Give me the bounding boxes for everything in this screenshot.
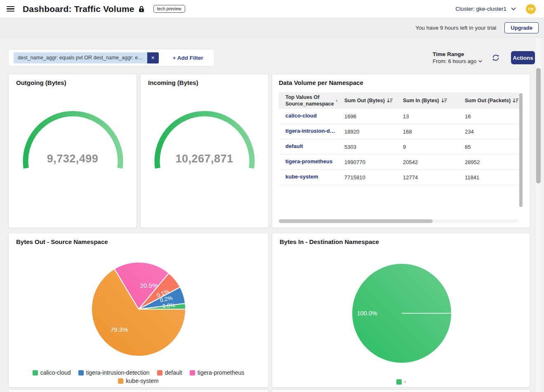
pie-legend: -	[272, 378, 530, 385]
namespace-link[interactable]: kube-system	[285, 174, 318, 180]
card-title: Data Volume per Namespace	[279, 79, 363, 86]
legend-item-default[interactable]: default	[157, 369, 182, 376]
bytes-in-pie-card: Bytes In - Destination Namespace 100.0% …	[272, 233, 530, 387]
time-range-value: From: 6 hours ago	[433, 58, 476, 64]
top-bar: Dashboard: Traffic Volume tech preview C…	[0, 0, 544, 18]
table-row: default 5303 9 85	[279, 139, 519, 155]
column-header-source-namespace[interactable]: Top Values OfSource_namespace	[279, 94, 338, 108]
namespace-link[interactable]: default	[285, 143, 303, 149]
cell-sum-out-bytes: 7715810	[338, 174, 396, 181]
remove-filter-icon[interactable]: ×	[147, 52, 159, 63]
pie-label: 0.0%	[162, 302, 175, 310]
table-horizontal-scrollbar[interactable]	[279, 219, 518, 223]
outgoing-bytes-card: Outgoing (Bytes) 9,732,499	[8, 74, 137, 228]
namespace-table: Top Values OfSource_namespace Sum Out (B…	[279, 92, 519, 185]
cell-sum-in-bytes: 13	[396, 113, 458, 120]
refresh-button[interactable]	[492, 54, 500, 62]
filter-bar: dest_name_aggr: equals pvt OR dest_name_…	[8, 49, 214, 66]
hamburger-menu-icon[interactable]	[7, 6, 14, 12]
incoming-bytes-card: Incoming (Bytes) 10,267,871	[140, 74, 268, 228]
pie-label: 100.0%	[357, 310, 377, 317]
legend-swatch	[78, 370, 84, 376]
pie-legend: calico-cloud tigera-intrusion-detection …	[9, 369, 268, 376]
table-row: tigera-prometheus 1990770 20542 28952	[279, 155, 519, 170]
namespace-link[interactable]: calico-cloud	[285, 113, 317, 119]
legend-swatch	[118, 378, 123, 384]
lock-icon	[139, 6, 144, 12]
trial-bar: You have 9 hours left in your trial Upgr…	[0, 18, 544, 38]
cell-sum-out-packets: 28952	[458, 159, 519, 165]
legend-item-tigera-prometheus[interactable]: tigera-prometheus	[190, 369, 245, 376]
filter-chip[interactable]: dest_name_aggr: equals pvt OR dest_name_…	[14, 52, 159, 63]
upgrade-button[interactable]: Upgrade	[504, 22, 539, 33]
cell-sum-out-packets: 234	[458, 129, 519, 135]
bytes-out-pie-card: Bytes Out - Source Namespace 20.5%	[8, 233, 268, 387]
table-vertical-scrollbar[interactable]	[519, 92, 523, 215]
time-range-label: Time Range	[433, 51, 482, 57]
filter-chip-text: dest_name_aggr: equals pvt OR dest_name_…	[14, 52, 147, 63]
tech-preview-badge: tech preview	[153, 5, 185, 13]
column-header-sum-out-bytes[interactable]: Sum Out (Bytes)	[338, 98, 396, 103]
namespace-link[interactable]: tigera-intrusion-d…	[285, 128, 335, 134]
pie-legend-row-2: kube-system	[9, 378, 268, 384]
cell-sum-out-bytes: 18920	[338, 129, 396, 135]
actions-button[interactable]: Actions	[511, 51, 535, 64]
app-root: Dashboard: Traffic Volume tech preview C…	[0, 0, 544, 392]
pie-label: 20.5%	[140, 282, 158, 289]
legend-swatch	[33, 370, 38, 376]
legend-item-tigera-intrusion-detection[interactable]: tigera-intrusion-detection	[78, 369, 150, 376]
cell-sum-out-packets: 11841	[458, 174, 519, 181]
cell-sum-out-bytes: 5303	[338, 144, 396, 150]
incoming-gauge	[141, 74, 269, 228]
chevron-down-icon	[478, 60, 482, 63]
data-volume-table-card: Data Volume per Namespace Top Values OfS…	[272, 74, 530, 228]
dashboard-content: dest_name_aggr: equals pvt OR dest_name_…	[0, 38, 544, 392]
incoming-gauge-value: 10,267,871	[141, 153, 268, 165]
add-filter-button[interactable]: + Add Filter	[173, 55, 203, 61]
cluster-label: Cluster: gke-cluster1	[455, 6, 506, 12]
sort-amount-icon	[513, 98, 519, 103]
cell-sum-out-packets: 85	[458, 144, 519, 150]
cell-sum-out-bytes: 1696	[338, 113, 396, 120]
legend-item-calico-cloud[interactable]: calico-cloud	[33, 369, 71, 376]
outgoing-gauge	[9, 74, 137, 228]
column-header-sum-out-packets[interactable]: Sum Out (Packets)	[458, 98, 519, 103]
sort-amount-icon	[387, 98, 393, 103]
table-header-row: Top Values OfSource_namespace Sum Out (B…	[279, 92, 519, 109]
next-row-card-left	[8, 390, 268, 392]
chevron-down-icon	[511, 7, 516, 11]
legend-swatch	[157, 370, 162, 376]
legend-swatch	[190, 370, 195, 376]
legend-swatch	[396, 379, 402, 385]
table-row: kube-system 7715810 12774 11841	[279, 170, 519, 185]
pie-label: 79.3%	[111, 326, 128, 333]
cell-sum-in-bytes: 12774	[396, 174, 458, 181]
trial-message: You have 9 hours left in your trial	[415, 25, 496, 31]
cell-sum-in-bytes: 9	[396, 144, 458, 150]
cell-sum-in-bytes: 168	[396, 129, 458, 135]
bytes-out-pie-chart: 20.5% 0.1% 0.2% 0.0% 79.3%	[9, 233, 269, 365]
legend-item-kube-system[interactable]: kube-system	[118, 378, 158, 384]
cell-sum-in-bytes: 20542	[396, 159, 458, 165]
bytes-in-pie-chart: 100.0%	[272, 233, 531, 373]
legend-item-all[interactable]: -	[396, 378, 406, 385]
next-row-card-right	[272, 390, 530, 392]
page-vertical-scrollbar[interactable]	[535, 38, 541, 392]
cell-sum-out-packets: 16	[458, 113, 519, 120]
outgoing-gauge-value: 9,732,499	[9, 153, 137, 165]
time-range-selector[interactable]: Time Range From: 6 hours ago	[433, 51, 482, 64]
cluster-selector[interactable]: Cluster: gke-cluster1	[455, 6, 516, 12]
sort-amount-icon	[441, 98, 447, 103]
page-title: Dashboard: Traffic Volume	[23, 4, 134, 14]
namespace-link[interactable]: tigera-prometheus	[285, 158, 332, 164]
avatar[interactable]: CH	[526, 4, 536, 14]
table-row: tigera-intrusion-d… 18920 168 234	[279, 124, 519, 139]
table-row: calico-cloud 1696 13 16	[279, 109, 519, 124]
cell-sum-out-bytes: 1990770	[338, 159, 396, 165]
column-header-sum-in-bytes[interactable]: Sum In (Bytes)	[396, 98, 458, 103]
